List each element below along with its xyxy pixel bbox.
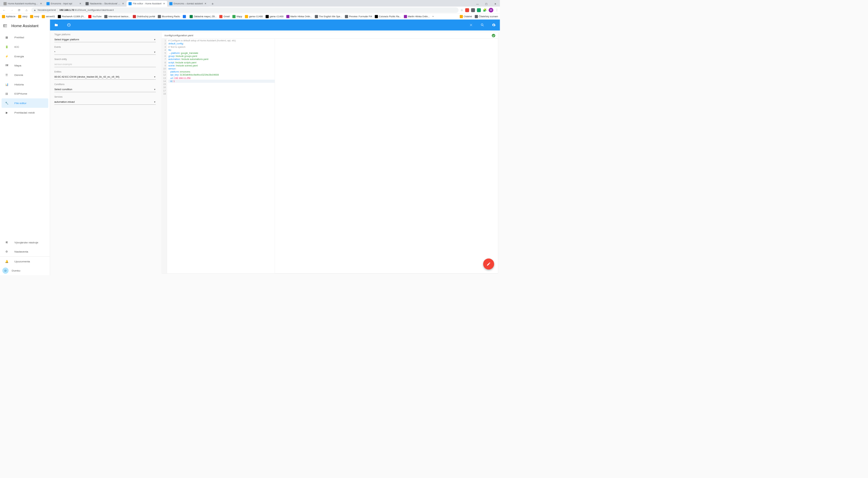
bookmark-item[interactable]: server01 xyxy=(42,15,55,18)
bookmark-item[interactable]: Čitateľský zoznam xyxy=(475,15,498,18)
new-tab-button[interactable]: + xyxy=(210,1,215,6)
ha-brand: Home Assistant xyxy=(11,23,38,28)
conditions-select[interactable]: Select condition ▼ xyxy=(54,87,156,92)
bookmark-item[interactable]: YouTube xyxy=(88,15,101,18)
bookmarks-overflow[interactable]: » xyxy=(432,15,434,18)
editor-pane: /config/configuration.yaml 1234567891011… xyxy=(162,33,498,274)
chevron-down-icon: ▼ xyxy=(154,76,156,78)
extension-icon[interactable] xyxy=(471,8,475,12)
bookmark-item[interactable]: Internetové bankov... xyxy=(104,15,130,18)
sidebar-user[interactable]: D Domko xyxy=(0,266,50,276)
services-select[interactable]: automation.reload ▼ xyxy=(54,99,156,105)
search-entity-input[interactable] xyxy=(54,62,156,67)
sidebar-item-label: File editor xyxy=(15,102,26,105)
bookmark-item[interactable]: Ostatné xyxy=(460,15,472,18)
nav-home[interactable]: ⌂ xyxy=(24,7,29,13)
save-fab[interactable] xyxy=(483,259,494,270)
tab-close-icon[interactable]: ✕ xyxy=(40,2,43,5)
tab-title: File editor - Home Assistant xyxy=(133,2,162,5)
tab-title: Emoncms – domáci asistent xyxy=(174,2,203,5)
browser-tab[interactable]: Home Assistant monitoring FVE ✕ xyxy=(2,1,45,6)
sidebar-item-label: História xyxy=(15,83,24,86)
tab-close-icon[interactable]: ✕ xyxy=(163,2,165,5)
sidebar-item-label: Mapa xyxy=(15,64,21,67)
gear-icon[interactable] xyxy=(490,21,497,28)
nav-forward[interactable]: → xyxy=(9,7,14,13)
extension-icon[interactable] xyxy=(477,8,481,12)
chart-icon: 📊 xyxy=(5,82,9,86)
hammer-icon: 🛠 xyxy=(5,240,9,244)
events-select[interactable]: * ▼ xyxy=(54,49,156,55)
sidebar-item[interactable]: ☰Denník xyxy=(2,70,48,80)
extension-icon[interactable] xyxy=(465,8,469,12)
bookmark-item[interactable]: The English We Spe... xyxy=(315,15,342,18)
star-icon[interactable]: ☆ xyxy=(460,8,463,12)
bookmark-item[interactable]: Bloomberg Radio xyxy=(158,15,180,18)
tab-favicon xyxy=(46,2,50,5)
close-icon[interactable] xyxy=(468,21,475,28)
chrome-menu-icon[interactable]: ⋮ xyxy=(495,8,498,12)
search-icon[interactable] xyxy=(479,21,486,28)
tab-close-icon[interactable]: ✕ xyxy=(204,2,207,5)
editor-blank xyxy=(275,39,498,273)
media-icon: ▶ xyxy=(5,110,9,115)
sidebar-item[interactable]: 🔋ICC xyxy=(2,42,48,52)
bookmark-item[interactable]: gama r11400 xyxy=(245,15,263,18)
sidebar-item[interactable]: 📊História xyxy=(2,80,48,89)
browser-tab[interactable]: File editor - Home Assistant ✕ xyxy=(126,1,167,6)
sidebar-item-label: Prehľad xyxy=(15,36,24,39)
bookmark-item[interactable]: ReshareA r11069 (Fi... xyxy=(58,15,86,18)
window-maximize[interactable]: ▢ xyxy=(482,1,491,6)
sidebar-notifications[interactable]: 🔔 Upozornenia xyxy=(2,257,48,266)
sidebar-item[interactable]: ▤ESPHome xyxy=(2,89,48,99)
browser-tab[interactable]: Emoncms - input api ✕ xyxy=(44,1,83,6)
browser-tab[interactable]: Emoncms – domáci asistent ✕ xyxy=(167,1,209,6)
tab-close-icon[interactable]: ✕ xyxy=(122,2,124,5)
bookmark-item[interactable]: Gmail xyxy=(219,15,230,18)
bookmark-item[interactable]: Martin Hlinka Onlin... xyxy=(404,15,430,18)
file-path: /config/configuration.yaml xyxy=(164,34,193,37)
folder-icon[interactable] xyxy=(53,21,60,28)
sidebar-item[interactable]: 🗺Mapa xyxy=(2,61,48,71)
bookmark-item[interactable]: starý xyxy=(18,15,27,18)
sidebar-item[interactable]: ⚙Nastavenia xyxy=(2,247,48,257)
profile-avatar[interactable]: M xyxy=(489,8,493,13)
line-gutter: 123456789101112131415161718 xyxy=(162,39,167,273)
entities-select[interactable]: 00:0C:42:EC:C9:94 (device_tracker.00_0c_… xyxy=(54,74,156,80)
sidebar-item-label: Denník xyxy=(15,74,23,77)
bookmark-item[interactable]: Colorado Public Ra... xyxy=(375,15,401,18)
bookmark-item[interactable]: Preview: Formulár FI4 xyxy=(345,15,372,18)
sidebar-item[interactable]: 🔧File editor xyxy=(2,98,48,108)
history-icon[interactable] xyxy=(65,21,72,28)
sidebar-item[interactable]: ▦Prehľad xyxy=(2,33,48,42)
sidebar-item-label: Prehliadač médií xyxy=(15,111,35,114)
bookmark-favicon xyxy=(286,15,289,18)
trigger-platform-select[interactable]: Select trigger platform ▼ xyxy=(54,37,156,42)
extensions-menu-icon[interactable]: 🧩 xyxy=(483,8,487,12)
code-editor[interactable]: 123456789101112131415161718 # Configure … xyxy=(162,39,498,273)
bookmark-item[interactable]: Distribučný portál xyxy=(133,15,155,18)
address-bar[interactable]: ▲ Nezabezpečené 192.168.1.72:8123/core_c… xyxy=(31,7,458,13)
bookmark-favicon xyxy=(190,15,193,18)
nav-back[interactable]: ← xyxy=(2,7,7,13)
bookmark-item[interactable]: Mapy xyxy=(232,15,242,18)
bookmark-item[interactable]: Aplikácie xyxy=(2,15,16,18)
bookmark-item[interactable]: nový xyxy=(30,15,39,18)
sidebar-item[interactable]: ⚡Energia xyxy=(2,52,48,61)
bookmark-favicon xyxy=(133,15,136,18)
sidebar-item[interactable]: ▶Prehliadač médií xyxy=(2,108,48,117)
bookmark-item[interactable]: gama r11400 xyxy=(265,15,283,18)
window-close[interactable]: ✕ xyxy=(491,1,500,6)
bookmark-label: Distribučný portál xyxy=(137,15,155,18)
nav-reload[interactable]: ⟳ xyxy=(16,7,22,13)
bookmark-item[interactable]: Základná mapa | ZB... xyxy=(190,15,217,18)
bookmark-item[interactable]: Martin Hlinka Onlin... xyxy=(286,15,312,18)
browser-tab[interactable]: Nastavenia – Skontrolovať heslá ✕ xyxy=(84,1,127,6)
valid-check-icon xyxy=(492,34,495,37)
sidebar-toggle-icon[interactable] xyxy=(3,23,8,28)
tab-close-icon[interactable]: ✕ xyxy=(79,2,82,5)
sidebar-item[interactable]: 🛠Vývojárske nástroje xyxy=(2,238,48,247)
window-minimize[interactable]: — xyxy=(473,1,482,6)
bookmark-favicon xyxy=(265,15,269,18)
bookmark-item[interactable] xyxy=(183,15,187,18)
